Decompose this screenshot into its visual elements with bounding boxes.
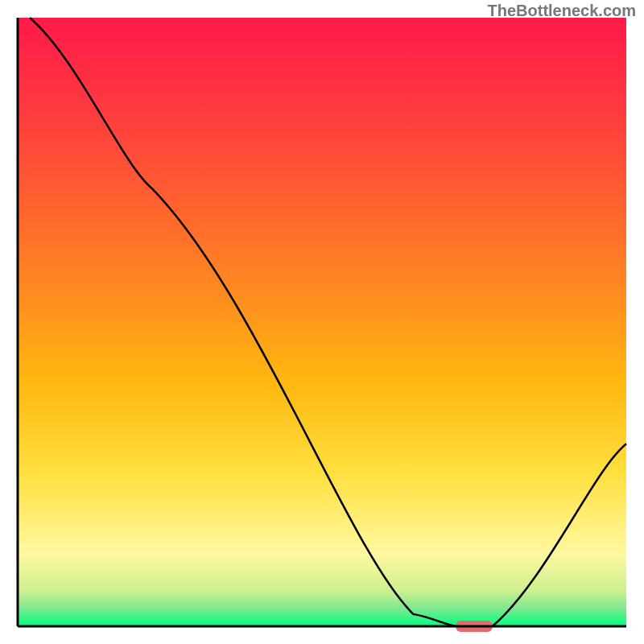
chart-container: TheBottleneck.com [0,0,644,644]
gradient-background [18,18,626,626]
bottleneck-chart [0,0,644,644]
watermark-text: TheBottleneck.com [488,2,636,20]
